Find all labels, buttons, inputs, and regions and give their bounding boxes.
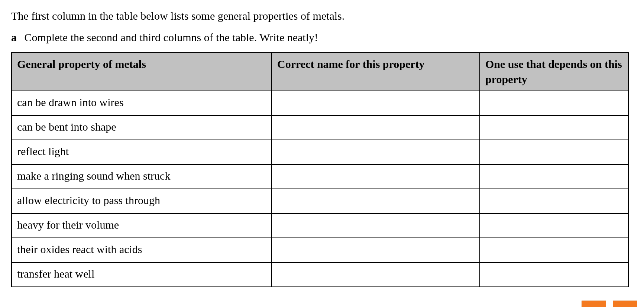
table-row: their oxides react with acids [12,238,628,262]
cell-use-blank[interactable] [480,213,628,238]
cell-property: transfer heat well [12,262,272,287]
cell-property: can be bent into shape [12,115,272,140]
cell-name-blank[interactable] [272,238,480,262]
cell-property: allow electricity to pass through [12,189,272,213]
part-label: a [11,30,22,45]
table-row: can be drawn into wires [12,91,628,115]
cell-property: reflect light [12,140,272,164]
header-one-use: One use that depends on this property [480,53,628,91]
header-correct-name: Correct name for this property [272,53,480,91]
header-general-property: General property of metals [12,53,272,91]
cell-use-blank[interactable] [480,91,628,115]
cell-name-blank[interactable] [272,213,480,238]
cell-use-blank[interactable] [480,164,628,189]
intro-text: The first column in the table below list… [11,9,633,23]
cell-use-blank[interactable] [480,189,628,213]
table-header-row: General property of metals Correct name … [12,53,628,91]
page-accent-icon [613,301,637,307]
properties-table: General property of metals Correct name … [11,52,629,287]
cell-name-blank[interactable] [272,115,480,140]
cell-name-blank[interactable] [272,189,480,213]
cell-use-blank[interactable] [480,140,628,164]
cell-name-blank[interactable] [272,164,480,189]
cell-name-blank[interactable] [272,91,480,115]
cell-use-blank[interactable] [480,262,628,287]
cell-property: can be drawn into wires [12,91,272,115]
table-row: can be bent into shape [12,115,628,140]
instruction-line: a Complete the second and third columns … [11,30,633,45]
cell-property: make a ringing sound when struck [12,164,272,189]
cell-property: their oxides react with acids [12,238,272,262]
table-row: make a ringing sound when struck [12,164,628,189]
page-accent-group [582,301,637,307]
cell-use-blank[interactable] [480,238,628,262]
cell-use-blank[interactable] [480,115,628,140]
table-row: allow electricity to pass through [12,189,628,213]
cell-name-blank[interactable] [272,262,480,287]
cell-property: heavy for their volume [12,213,272,238]
page-accent-icon [582,301,606,307]
worksheet-page: The first column in the table below list… [0,0,644,308]
part-text: Complete the second and third columns of… [25,31,318,43]
cell-name-blank[interactable] [272,140,480,164]
table-row: transfer heat well [12,262,628,287]
table-row: heavy for their volume [12,213,628,238]
table-row: reflect light [12,140,628,164]
